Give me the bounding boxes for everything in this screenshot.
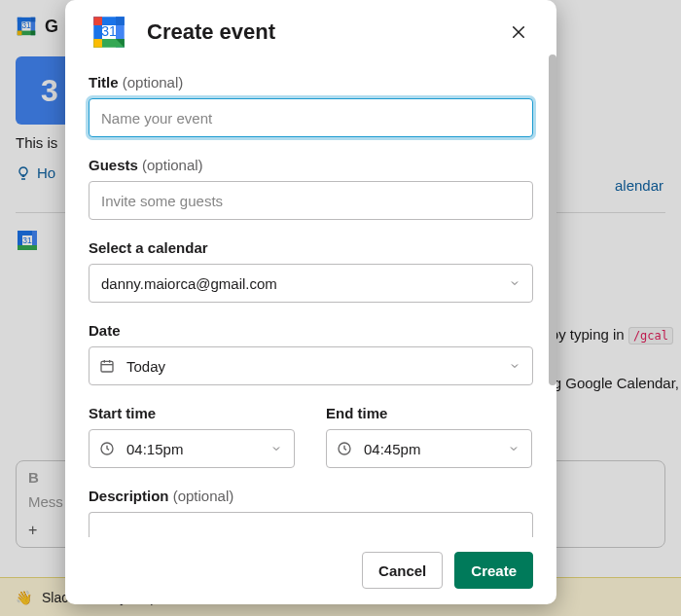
end-time-label: End time (326, 405, 532, 421)
title-input[interactable] (89, 98, 533, 137)
description-input[interactable] (89, 512, 533, 537)
end-time-group: End time 04:45pm (326, 405, 532, 468)
clock-icon (337, 441, 352, 456)
guests-label: Guests (optional) (89, 157, 533, 173)
scrollbar-thumb[interactable] (549, 60, 556, 385)
date-select[interactable]: Today (89, 346, 533, 385)
title-field-group: Title (optional) (89, 74, 533, 137)
start-time-group: Start time 04:15pm (89, 405, 295, 468)
description-label: Description (optional) (89, 488, 533, 504)
google-calendar-icon: 31 (89, 12, 129, 53)
date-label: Date (89, 322, 533, 339)
modal-title: Create event (147, 19, 486, 45)
chevron-down-icon (270, 443, 282, 454)
modal-body: Title (optional) Guests (optional) Selec… (65, 60, 556, 537)
start-time-select[interactable]: 04:15pm (89, 429, 295, 468)
create-button[interactable]: Create (454, 552, 533, 589)
cancel-button[interactable]: Cancel (362, 552, 443, 589)
guests-field-group: Guests (optional) (89, 157, 533, 220)
modal-header: 31 Create event (65, 0, 556, 60)
calendar-value: danny.maiorca@gmail.com (101, 275, 277, 292)
svg-rect-19 (101, 361, 113, 372)
start-time-value: 04:15pm (126, 441, 183, 457)
clock-icon (99, 441, 115, 456)
start-time-label: Start time (89, 405, 295, 421)
create-event-modal: 31 Create event Title (optional) Guests … (65, 0, 556, 604)
date-value: Today (126, 358, 165, 375)
title-label: Title (optional) (89, 74, 533, 91)
date-field-group: Date Today (89, 322, 533, 385)
close-icon (510, 23, 527, 41)
calendar-icon (99, 358, 115, 374)
chevron-down-icon (508, 443, 520, 454)
end-time-select[interactable]: 04:45pm (326, 429, 532, 468)
close-button[interactable] (504, 18, 533, 47)
calendar-label: Select a calendar (89, 239, 533, 256)
time-row: Start time 04:15pm End time (89, 405, 533, 468)
calendar-select[interactable]: danny.maiorca@gmail.com (89, 264, 533, 303)
modal-footer: Cancel Create (65, 537, 556, 604)
svg-text:31: 31 (101, 23, 117, 39)
chevron-down-icon (509, 360, 520, 372)
calendar-field-group: Select a calendar danny.maiorca@gmail.co… (89, 239, 533, 303)
guests-input[interactable] (89, 181, 533, 220)
chevron-down-icon (509, 277, 520, 289)
description-field-group: Description (optional) (89, 488, 533, 537)
end-time-value: 04:45pm (364, 441, 420, 457)
